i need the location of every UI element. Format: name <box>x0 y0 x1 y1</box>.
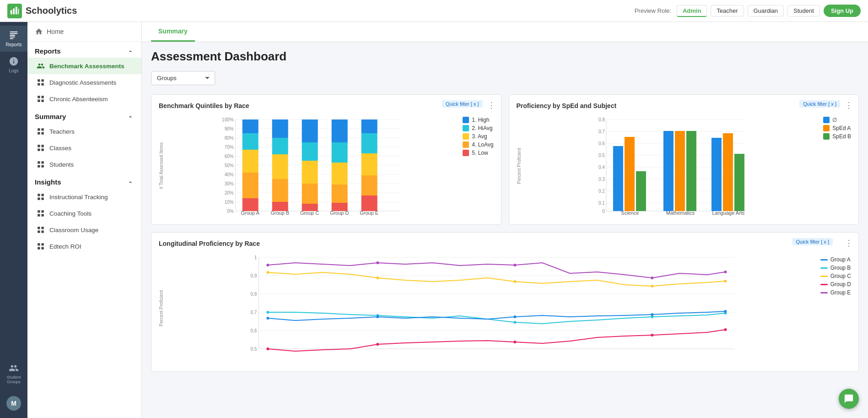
sidebar-item-classes-label: Classes <box>49 145 71 152</box>
user-avatar[interactable]: M <box>6 396 21 411</box>
sidebar-home-label: Home <box>47 28 64 35</box>
sidebar-item-instructional-tracking[interactable]: Instructional Tracking <box>27 189 141 205</box>
svg-point-145 <box>651 285 653 288</box>
benchmark-quintiles-card: Benchmark Quintiles by Race Quick filter… <box>151 94 501 225</box>
svg-rect-20 <box>38 161 40 163</box>
collapse-summary-icon[interactable] <box>127 113 134 120</box>
sidebar-item-classroom-usage[interactable]: Classroom Usage <box>27 222 141 238</box>
svg-rect-69 <box>272 202 288 211</box>
legend-sped-b: SpEd B <box>823 133 851 140</box>
tab-bar: Summary <box>142 22 868 42</box>
sidebar-home[interactable]: Home <box>27 22 141 42</box>
benchmark-quick-filter[interactable]: Quick filter [ x ] <box>442 100 483 108</box>
svg-rect-70 <box>272 179 288 202</box>
svg-text:0.8: 0.8 <box>250 292 257 297</box>
longitudinal-title: Longitudinal Proficiency by Race <box>159 240 851 247</box>
svg-rect-37 <box>42 243 44 245</box>
svg-point-149 <box>513 321 516 324</box>
svg-point-138 <box>376 261 379 264</box>
sidebar-section-summary: Summary <box>27 107 141 123</box>
role-teacher[interactable]: Teacher <box>711 5 744 16</box>
svg-text:30%: 30% <box>225 181 234 186</box>
svg-rect-6 <box>38 83 40 86</box>
svg-text:20%: 20% <box>225 190 234 195</box>
svg-rect-7 <box>42 83 44 86</box>
sidebar-item-teachers-label: Teachers <box>49 128 75 135</box>
svg-text:0%: 0% <box>227 209 234 214</box>
svg-rect-122 <box>734 154 744 211</box>
svg-rect-84 <box>332 142 348 163</box>
sidebar-section-reports-label: Reports <box>35 47 61 55</box>
svg-rect-91 <box>361 119 377 133</box>
svg-rect-118 <box>686 131 696 211</box>
svg-rect-11 <box>42 100 44 102</box>
svg-rect-13 <box>42 128 44 130</box>
sidebar-item-classroom-label: Classroom Usage <box>49 227 98 233</box>
svg-point-140 <box>651 277 653 279</box>
charts-grid: Benchmark Quintiles by Race Quick filter… <box>151 94 859 372</box>
tab-summary[interactable]: Summary <box>151 22 195 42</box>
sidebar-item-coaching-tools[interactable]: Coaching Tools <box>27 205 141 222</box>
svg-text:1: 1 <box>254 255 257 260</box>
legend-sped-a: SpEd A <box>823 125 851 131</box>
role-student[interactable]: Student <box>787 5 820 16</box>
svg-rect-16 <box>38 145 40 147</box>
collapse-insights-icon[interactable] <box>127 179 134 186</box>
svg-rect-39 <box>42 247 44 250</box>
longitudinal-chart-menu[interactable]: ⋮ <box>845 238 853 248</box>
svg-text:0.5: 0.5 <box>598 153 604 158</box>
svg-text:0.4: 0.4 <box>598 165 604 170</box>
content-area: Summary Assessment Dashboard Groups Teac… <box>142 22 868 418</box>
signup-button[interactable]: Sign Up <box>824 5 861 17</box>
legend-high-color <box>463 117 469 123</box>
sidebar-item-chronic-absenteeism[interactable]: Chronic Absenteeism <box>27 91 141 107</box>
sped-chart-menu[interactable]: ⋮ <box>845 100 853 110</box>
sidebar-item-benchmark-assessments[interactable]: Benchmark Assessments <box>27 58 141 74</box>
longitudinal-y-label: Percent Proficient <box>159 290 164 326</box>
app-name: Schoolytics <box>26 5 77 16</box>
svg-rect-87 <box>361 195 377 211</box>
groups-filter[interactable]: Groups Teachers Students <box>151 71 215 85</box>
svg-rect-26 <box>38 198 40 200</box>
sidebar-item-diagnostic-assessments[interactable]: Diagnostic Assessments <box>27 74 141 91</box>
sidebar-item-students[interactable]: Students <box>27 156 141 173</box>
sidebar-item-edtech-roi[interactable]: Edtech ROI <box>27 238 141 255</box>
sidebar-section-reports: Reports <box>27 42 141 58</box>
svg-text:Group A: Group A <box>241 210 259 216</box>
svg-point-157 <box>266 347 269 350</box>
collapse-reports-icon[interactable] <box>127 48 134 55</box>
main-layout: Reports Logs Student Groups M Home Repor… <box>0 22 868 418</box>
iconbar-logs[interactable]: Logs <box>0 52 27 78</box>
benchmark-bar-area: 100% 90% 80% 70% 60% 50% 40% 30% 20% 10% <box>171 115 455 217</box>
legend-hiavg: 2. HiAvg <box>463 125 493 131</box>
svg-text:90%: 90% <box>225 126 234 131</box>
role-admin[interactable]: Admin <box>677 5 707 17</box>
longitudinal-quick-filter[interactable]: Quick filter [ x ] <box>792 238 833 245</box>
legend-high: 1. High <box>463 117 493 123</box>
sped-quick-filter[interactable]: Quick filter [ x ] <box>799 100 840 108</box>
sidebar-item-classes[interactable]: Classes <box>27 140 141 156</box>
svg-point-152 <box>266 317 269 320</box>
svg-rect-71 <box>272 154 288 179</box>
proficiency-sped-card: Proficiency by SpEd and Subject Quick fi… <box>509 94 859 225</box>
svg-point-160 <box>651 334 653 337</box>
svg-rect-78 <box>302 142 318 161</box>
svg-text:Science: Science <box>621 210 639 216</box>
svg-rect-65 <box>243 150 259 173</box>
sidebar-item-teachers[interactable]: Teachers <box>27 123 141 140</box>
svg-rect-90 <box>361 133 377 153</box>
legend-group-c: Group C <box>820 273 851 279</box>
iconbar-reports[interactable]: Reports <box>0 26 27 52</box>
svg-rect-15 <box>42 132 44 135</box>
svg-rect-117 <box>674 131 685 211</box>
top-nav: Schoolytics Preview Role: Admin Teacher … <box>0 0 868 22</box>
svg-point-143 <box>376 277 379 279</box>
svg-rect-79 <box>302 119 318 142</box>
chat-bubble[interactable] <box>839 389 859 409</box>
benchmark-chart-menu[interactable]: ⋮ <box>487 100 496 110</box>
longitudinal-legend: Group A Group B Group C <box>820 253 851 364</box>
role-guardian[interactable]: Guardian <box>748 5 784 16</box>
iconbar-student-groups[interactable]: Student Groups <box>0 358 27 389</box>
icon-bar: Reports Logs Student Groups M <box>0 22 27 418</box>
svg-rect-31 <box>42 214 44 217</box>
